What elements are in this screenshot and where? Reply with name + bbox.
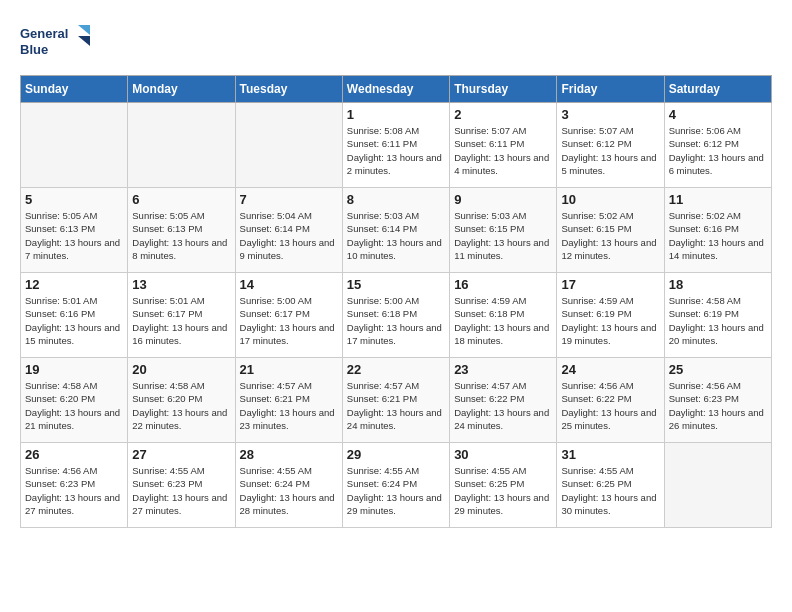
day-number: 12 <box>25 277 123 292</box>
day-number: 20 <box>132 362 230 377</box>
calendar-cell: 22 Sunrise: 4:57 AM Sunset: 6:21 PM Dayl… <box>342 358 449 443</box>
day-number: 27 <box>132 447 230 462</box>
calendar-cell: 25 Sunrise: 4:56 AM Sunset: 6:23 PM Dayl… <box>664 358 771 443</box>
calendar-cell <box>21 103 128 188</box>
calendar-table: SundayMondayTuesdayWednesdayThursdayFrid… <box>20 75 772 528</box>
column-header-sunday: Sunday <box>21 76 128 103</box>
svg-marker-3 <box>78 36 90 46</box>
column-header-wednesday: Wednesday <box>342 76 449 103</box>
calendar-cell: 7 Sunrise: 5:04 AM Sunset: 6:14 PM Dayli… <box>235 188 342 273</box>
calendar-cell: 24 Sunrise: 4:56 AM Sunset: 6:22 PM Dayl… <box>557 358 664 443</box>
day-info: Sunrise: 4:58 AM Sunset: 6:19 PM Dayligh… <box>669 294 767 347</box>
calendar-cell: 20 Sunrise: 4:58 AM Sunset: 6:20 PM Dayl… <box>128 358 235 443</box>
calendar-cell: 29 Sunrise: 4:55 AM Sunset: 6:24 PM Dayl… <box>342 443 449 528</box>
day-info: Sunrise: 4:57 AM Sunset: 6:21 PM Dayligh… <box>347 379 445 432</box>
day-info: Sunrise: 5:05 AM Sunset: 6:13 PM Dayligh… <box>25 209 123 262</box>
day-info: Sunrise: 5:05 AM Sunset: 6:13 PM Dayligh… <box>132 209 230 262</box>
day-number: 17 <box>561 277 659 292</box>
calendar-cell: 6 Sunrise: 5:05 AM Sunset: 6:13 PM Dayli… <box>128 188 235 273</box>
calendar-week-row: 1 Sunrise: 5:08 AM Sunset: 6:11 PM Dayli… <box>21 103 772 188</box>
day-info: Sunrise: 4:57 AM Sunset: 6:22 PM Dayligh… <box>454 379 552 432</box>
page-header: General Blue <box>20 20 772 65</box>
day-number: 22 <box>347 362 445 377</box>
day-info: Sunrise: 5:07 AM Sunset: 6:11 PM Dayligh… <box>454 124 552 177</box>
day-number: 26 <box>25 447 123 462</box>
day-info: Sunrise: 4:59 AM Sunset: 6:18 PM Dayligh… <box>454 294 552 347</box>
day-number: 2 <box>454 107 552 122</box>
calendar-cell: 10 Sunrise: 5:02 AM Sunset: 6:15 PM Dayl… <box>557 188 664 273</box>
day-number: 16 <box>454 277 552 292</box>
calendar-cell: 16 Sunrise: 4:59 AM Sunset: 6:18 PM Dayl… <box>450 273 557 358</box>
calendar-cell: 23 Sunrise: 4:57 AM Sunset: 6:22 PM Dayl… <box>450 358 557 443</box>
day-number: 21 <box>240 362 338 377</box>
day-info: Sunrise: 4:55 AM Sunset: 6:25 PM Dayligh… <box>454 464 552 517</box>
day-number: 15 <box>347 277 445 292</box>
calendar-cell: 28 Sunrise: 4:55 AM Sunset: 6:24 PM Dayl… <box>235 443 342 528</box>
day-number: 9 <box>454 192 552 207</box>
calendar-cell: 17 Sunrise: 4:59 AM Sunset: 6:19 PM Dayl… <box>557 273 664 358</box>
day-number: 24 <box>561 362 659 377</box>
calendar-week-row: 19 Sunrise: 4:58 AM Sunset: 6:20 PM Dayl… <box>21 358 772 443</box>
day-number: 5 <box>25 192 123 207</box>
day-info: Sunrise: 5:08 AM Sunset: 6:11 PM Dayligh… <box>347 124 445 177</box>
day-number: 23 <box>454 362 552 377</box>
day-number: 1 <box>347 107 445 122</box>
logo-icon: General Blue <box>20 20 90 65</box>
day-info: Sunrise: 5:00 AM Sunset: 6:17 PM Dayligh… <box>240 294 338 347</box>
day-number: 28 <box>240 447 338 462</box>
calendar-week-row: 12 Sunrise: 5:01 AM Sunset: 6:16 PM Dayl… <box>21 273 772 358</box>
day-info: Sunrise: 4:56 AM Sunset: 6:23 PM Dayligh… <box>669 379 767 432</box>
day-number: 8 <box>347 192 445 207</box>
day-info: Sunrise: 5:07 AM Sunset: 6:12 PM Dayligh… <box>561 124 659 177</box>
calendar-cell: 12 Sunrise: 5:01 AM Sunset: 6:16 PM Dayl… <box>21 273 128 358</box>
calendar-cell: 2 Sunrise: 5:07 AM Sunset: 6:11 PM Dayli… <box>450 103 557 188</box>
calendar-week-row: 26 Sunrise: 4:56 AM Sunset: 6:23 PM Dayl… <box>21 443 772 528</box>
day-info: Sunrise: 5:01 AM Sunset: 6:17 PM Dayligh… <box>132 294 230 347</box>
calendar-cell <box>664 443 771 528</box>
day-info: Sunrise: 4:55 AM Sunset: 6:24 PM Dayligh… <box>240 464 338 517</box>
calendar-cell: 11 Sunrise: 5:02 AM Sunset: 6:16 PM Dayl… <box>664 188 771 273</box>
calendar-cell: 30 Sunrise: 4:55 AM Sunset: 6:25 PM Dayl… <box>450 443 557 528</box>
day-info: Sunrise: 4:55 AM Sunset: 6:23 PM Dayligh… <box>132 464 230 517</box>
column-header-thursday: Thursday <box>450 76 557 103</box>
day-number: 31 <box>561 447 659 462</box>
calendar-cell <box>235 103 342 188</box>
day-info: Sunrise: 4:59 AM Sunset: 6:19 PM Dayligh… <box>561 294 659 347</box>
day-info: Sunrise: 5:01 AM Sunset: 6:16 PM Dayligh… <box>25 294 123 347</box>
day-info: Sunrise: 5:00 AM Sunset: 6:18 PM Dayligh… <box>347 294 445 347</box>
calendar-cell: 8 Sunrise: 5:03 AM Sunset: 6:14 PM Dayli… <box>342 188 449 273</box>
day-number: 18 <box>669 277 767 292</box>
svg-text:Blue: Blue <box>20 42 48 57</box>
calendar-cell: 27 Sunrise: 4:55 AM Sunset: 6:23 PM Dayl… <box>128 443 235 528</box>
day-info: Sunrise: 4:55 AM Sunset: 6:25 PM Dayligh… <box>561 464 659 517</box>
day-info: Sunrise: 5:04 AM Sunset: 6:14 PM Dayligh… <box>240 209 338 262</box>
day-number: 19 <box>25 362 123 377</box>
day-number: 13 <box>132 277 230 292</box>
day-number: 7 <box>240 192 338 207</box>
day-info: Sunrise: 5:02 AM Sunset: 6:15 PM Dayligh… <box>561 209 659 262</box>
day-number: 4 <box>669 107 767 122</box>
calendar-cell: 9 Sunrise: 5:03 AM Sunset: 6:15 PM Dayli… <box>450 188 557 273</box>
day-number: 14 <box>240 277 338 292</box>
day-number: 10 <box>561 192 659 207</box>
calendar-cell <box>128 103 235 188</box>
day-info: Sunrise: 5:03 AM Sunset: 6:15 PM Dayligh… <box>454 209 552 262</box>
calendar-cell: 15 Sunrise: 5:00 AM Sunset: 6:18 PM Dayl… <box>342 273 449 358</box>
day-info: Sunrise: 4:55 AM Sunset: 6:24 PM Dayligh… <box>347 464 445 517</box>
calendar-cell: 3 Sunrise: 5:07 AM Sunset: 6:12 PM Dayli… <box>557 103 664 188</box>
calendar-cell: 31 Sunrise: 4:55 AM Sunset: 6:25 PM Dayl… <box>557 443 664 528</box>
day-info: Sunrise: 4:58 AM Sunset: 6:20 PM Dayligh… <box>25 379 123 432</box>
day-number: 30 <box>454 447 552 462</box>
day-info: Sunrise: 5:03 AM Sunset: 6:14 PM Dayligh… <box>347 209 445 262</box>
calendar-cell: 19 Sunrise: 4:58 AM Sunset: 6:20 PM Dayl… <box>21 358 128 443</box>
column-header-friday: Friday <box>557 76 664 103</box>
day-info: Sunrise: 5:06 AM Sunset: 6:12 PM Dayligh… <box>669 124 767 177</box>
column-header-saturday: Saturday <box>664 76 771 103</box>
day-info: Sunrise: 4:56 AM Sunset: 6:22 PM Dayligh… <box>561 379 659 432</box>
day-number: 3 <box>561 107 659 122</box>
calendar-week-row: 5 Sunrise: 5:05 AM Sunset: 6:13 PM Dayli… <box>21 188 772 273</box>
calendar-cell: 4 Sunrise: 5:06 AM Sunset: 6:12 PM Dayli… <box>664 103 771 188</box>
calendar-header-row: SundayMondayTuesdayWednesdayThursdayFrid… <box>21 76 772 103</box>
day-info: Sunrise: 5:02 AM Sunset: 6:16 PM Dayligh… <box>669 209 767 262</box>
logo: General Blue <box>20 20 90 65</box>
